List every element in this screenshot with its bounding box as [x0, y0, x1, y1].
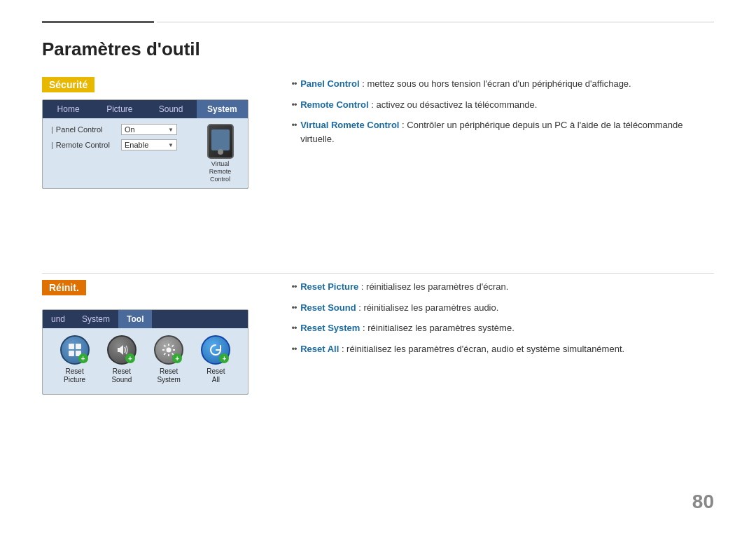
reset-picture-plus: + — [78, 353, 88, 363]
reset-system-icon: + — [154, 335, 183, 365]
reset-picture-icon: + — [60, 335, 90, 365]
bullet-dot: • — [292, 77, 295, 91]
reset-sound-desc: : réinitialisez les paramètres audio. — [356, 302, 499, 313]
panel-control-desc: : mettez sous ou hors tension l'écran d'… — [360, 78, 631, 89]
reset-all-plus: + — [219, 353, 229, 363]
tab-system2[interactable]: System — [74, 310, 118, 328]
reset-system-plus: + — [172, 353, 182, 363]
reinit-tabs: und System Tool — [43, 310, 248, 328]
top-decoration — [42, 21, 714, 23]
reset-system-label: Reset System — [157, 367, 180, 384]
page-title: Paramètres d'outil — [42, 38, 200, 60]
virtual-remote-highlight: Virtual Romete Control — [300, 120, 399, 130]
section-divider — [42, 273, 714, 274]
reset-sound-item: + Reset Sound — [101, 335, 143, 384]
remote-control-value: Enable — [125, 141, 148, 149]
reset-picture-highlight: Reset Picture — [300, 281, 358, 292]
reset-system-highlight: Reset System — [300, 323, 360, 333]
reset-all-highlight: Reset All — [300, 344, 339, 354]
tab-und[interactable]: und — [43, 310, 74, 328]
bullet-dot2: • — [292, 98, 295, 112]
reset-sound-highlight: Reset Sound — [300, 302, 356, 313]
panel-control-label: Panel Control — [51, 125, 121, 134]
virtual-remote-icon: Virtual RemoteControl — [201, 124, 239, 183]
reset-sound-icon: + — [107, 335, 136, 365]
phone-button — [218, 149, 223, 155]
reset-all-item: + Reset All — [195, 335, 237, 384]
bullet-dot6: • — [292, 321, 295, 335]
phone-screen — [211, 129, 230, 150]
reset-all-desc: : réinitialisez les paramètres d'écran, … — [339, 344, 624, 354]
panel-control-arrow: ▼ — [168, 127, 174, 133]
page-container: Paramètres d'outil Sécurité Home Picture… — [0, 0, 756, 534]
remote-control-desc: : activez ou désactivez la télécommande. — [369, 99, 538, 110]
remote-control-label: Remote Control — [51, 141, 121, 149]
top-line-light — [157, 22, 714, 22]
page-number: 80 — [692, 491, 714, 513]
tab-picture[interactable]: Picture — [94, 100, 145, 118]
security-badge: Sécurité — [42, 77, 94, 92]
phone-graphic — [207, 124, 234, 159]
reset-system-item: + Reset System — [148, 335, 190, 384]
security-right-column: • Panel Control : mettez sous ou hors te… — [294, 77, 714, 153]
security-bullet-list: • Panel Control : mettez sous ou hors te… — [294, 77, 714, 146]
reinit-left-column: Réinit. und System Tool — [42, 280, 259, 395]
bullet-dot3: • — [292, 118, 295, 132]
security-ui-mockup: Home Picture Sound System Panel Control … — [42, 99, 248, 189]
remote-control-select[interactable]: Enable ▼ — [121, 139, 177, 150]
remote-control-highlight: Remote Control — [300, 99, 369, 110]
bullet-reset-all: • Reset All : réinitialisez les paramètr… — [294, 342, 714, 356]
remote-control-row: Remote Control Enable ▼ — [51, 139, 201, 150]
panel-control-value: On — [125, 125, 135, 134]
remote-control-arrow: ▼ — [168, 142, 174, 148]
bullet-panel-control: • Panel Control : mettez sous ou hors te… — [294, 77, 714, 91]
security-tabs: Home Picture Sound System — [43, 100, 248, 118]
bullet-virtual-remote: • Virtual Romete Control : Contrôler un … — [294, 118, 714, 146]
tab-tool[interactable]: Tool — [118, 310, 152, 328]
reset-system-desc: : réinitialisez les paramètres système. — [360, 323, 514, 333]
security-left-column: Sécurité Home Picture Sound System Panel… — [42, 77, 259, 189]
reset-icons-row: + Reset Picture — [51, 335, 239, 384]
reinit-bullet-list: • Reset Picture : réinitialisez les para… — [294, 280, 714, 356]
bullet-reset-picture: • Reset Picture : réinitialisez les para… — [294, 280, 714, 294]
svg-rect-1 — [76, 344, 81, 349]
reset-sound-label: Reset Sound — [111, 367, 132, 384]
tab-sound[interactable]: Sound — [146, 100, 197, 118]
reset-all-icon: + — [201, 335, 230, 365]
top-line-dark — [42, 21, 154, 23]
bullet-reset-system: • Reset System : réinitialisez les param… — [294, 321, 714, 335]
tab-system[interactable]: System — [197, 100, 248, 118]
reset-picture-item: + Reset Picture — [54, 335, 96, 384]
reset-sound-plus: + — [125, 353, 135, 363]
reset-picture-desc: : réinitialisez les paramètres d'écran. — [358, 281, 508, 292]
reinit-right-column: • Reset Picture : réinitialisez les para… — [294, 280, 714, 363]
reinit-ui-body: + Reset Picture — [43, 328, 248, 394]
panel-control-highlight: Panel Control — [300, 78, 360, 89]
bullet-dot5: • — [292, 301, 295, 315]
security-ui-body: Panel Control On ▼ Remote Control Enable… — [43, 118, 248, 188]
bullet-reset-sound: • Reset Sound : réinitialisez les paramè… — [294, 301, 714, 315]
reset-all-label: Reset All — [206, 367, 225, 384]
svg-point-4 — [167, 348, 172, 353]
bullet-dot7: • — [292, 342, 295, 356]
reinit-badge: Réinit. — [42, 280, 86, 295]
virtual-remote-label: Virtual RemoteControl — [201, 160, 239, 183]
bullet-remote-control: • Remote Control : activez ou désactivez… — [294, 98, 714, 112]
panel-control-row: Panel Control On ▼ — [51, 124, 201, 135]
reset-picture-label: Reset Picture — [64, 367, 85, 384]
tab-home[interactable]: Home — [43, 100, 94, 118]
svg-rect-0 — [69, 344, 74, 349]
svg-rect-2 — [69, 351, 74, 356]
bullet-dot4: • — [292, 280, 295, 294]
reinit-ui-mockup: und System Tool — [42, 309, 248, 395]
panel-control-select[interactable]: On ▼ — [121, 124, 177, 135]
